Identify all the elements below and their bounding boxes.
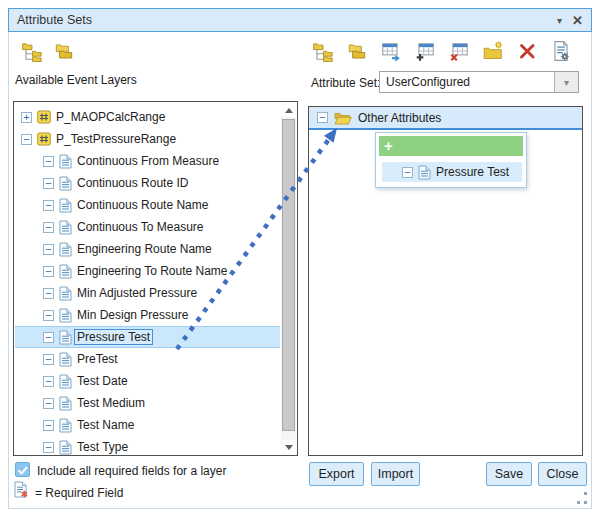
collapse-icon[interactable]: − [43,398,54,409]
drag-ghost-item: − Pressure Test [382,162,522,182]
close-dialog-icon[interactable]: ✕ [572,13,583,28]
tree-item-layer[interactable]: −P_TestPressureRange [15,128,280,150]
available-layers-tree: +P_MAOPCalcRange −P_TestPressureRange −C… [13,101,298,456]
tree-item-field[interactable]: −PreTest [15,348,280,370]
dialog-title: Attribute Sets [17,13,92,27]
attribute-set-dropdown[interactable]: UserConfigured ▾ [379,71,579,93]
collapse-icon[interactable]: − [43,376,54,387]
new-folder-icon[interactable] [482,40,504,62]
drag-item-label: Pressure Test [436,165,509,179]
attribute-set-tree-icon[interactable] [312,40,334,62]
export-button[interactable]: Export [309,462,364,486]
collapse-icon[interactable]: − [43,420,54,431]
collapse-icon[interactable]: − [43,442,54,453]
tree-item-field[interactable]: −Continuous Route Name [15,194,280,216]
tree-item-field[interactable]: −Engineering To Route Name [15,260,280,282]
open-attribute-sets-icon[interactable] [53,40,75,62]
dropdown-arrow-icon[interactable]: ▾ [554,72,578,92]
field-doc-icon [59,440,72,455]
drop-indicator: + [379,136,523,156]
required-field-icon [14,481,28,498]
plus-icon: + [384,137,393,154]
attribute-set-tree-panel: − Other Attributes + − Pressure Test [308,106,583,456]
checkmark-icon [16,464,29,477]
tree-item-field[interactable]: −Engineering Route Name [15,238,280,260]
collapse-icon[interactable]: − [43,178,54,189]
tree-item-field[interactable]: −Continuous From Measure [15,150,280,172]
event-layer-icon [37,110,51,124]
collapse-icon[interactable]: − [317,112,328,123]
field-doc-icon [59,264,72,279]
field-doc-icon [418,165,431,180]
attribute-sets-dialog: Attribute Sets ▾ ✕ Available Event Layer… [8,8,592,509]
field-doc-icon [59,396,72,411]
collapse-icon[interactable]: − [43,266,54,277]
collapse-icon[interactable]: − [43,222,54,233]
tree-item-field[interactable]: −Test Medium [15,392,280,414]
new-attribute-set-tree-icon[interactable] [21,40,43,62]
tree-item-field[interactable]: −Test Name [15,414,280,436]
field-doc-icon [59,308,72,323]
scrollbar-thumb[interactable] [282,119,295,431]
tree-item-field[interactable]: −Min Design Pressure [15,304,280,326]
attribute-set-value: UserConfigured [380,75,554,89]
tree-item-field[interactable]: −Test Date [15,370,280,392]
import-button[interactable]: Import [371,462,420,486]
configure-report-icon[interactable] [550,40,572,62]
field-doc-icon [59,352,72,367]
open-folders-icon[interactable] [346,40,368,62]
tree-item-field[interactable]: −Min Adjusted Pressure [15,282,280,304]
field-doc-icon [59,220,72,235]
tree-item-field-selected[interactable]: −Pressure Test [15,326,280,348]
tree-item-field[interactable]: −Continuous To Measure [15,216,280,238]
close-button[interactable]: Close [538,462,587,486]
event-layer-icon [37,132,51,146]
save-button[interactable]: Save [486,462,532,486]
field-doc-icon [59,418,72,433]
collapse-icon[interactable]: − [43,332,54,343]
include-required-label: Include all required fields for a layer [37,464,226,478]
collapse-icon[interactable]: − [43,354,54,365]
field-doc-icon [59,374,72,389]
other-attributes-label: Other Attributes [358,111,441,125]
field-doc-icon [59,176,72,191]
field-doc-icon [59,242,72,257]
collapse-icon[interactable]: − [43,156,54,167]
collapse-dialog-icon[interactable]: ▾ [557,15,562,26]
field-doc-icon [59,154,72,169]
add-table-icon[interactable] [414,40,436,62]
collapse-icon[interactable]: − [43,200,54,211]
expand-icon[interactable]: + [21,112,32,123]
scroll-down-icon[interactable] [281,440,296,454]
available-event-layers-label: Available Event Layers [15,73,137,87]
required-field-label: = Required Field [35,486,123,500]
collapse-icon: − [402,167,413,178]
collapse-icon[interactable]: − [21,134,32,145]
tree-item-field[interactable]: −Continuous Route ID [15,172,280,194]
field-doc-icon [59,286,72,301]
vertical-scrollbar[interactable] [281,103,296,454]
tree-item-field[interactable]: −Test Type [15,436,280,456]
tree-item-layer[interactable]: +P_MAOPCalcRange [15,106,280,128]
scroll-up-icon[interactable] [281,103,296,117]
open-folder-icon [334,111,352,125]
include-required-checkbox[interactable] [15,462,30,477]
attribute-set-label: Attribute Set: [311,76,380,90]
export-table-icon[interactable] [380,40,402,62]
field-doc-icon [59,330,72,345]
remove-table-icon[interactable] [448,40,470,62]
drag-ghost: + − Pressure Test [375,132,527,188]
delete-icon[interactable] [516,40,538,62]
collapse-icon[interactable]: − [43,310,54,321]
other-attributes-row[interactable]: − Other Attributes [309,107,582,130]
dialog-titlebar[interactable]: Attribute Sets ▾ ✕ [8,8,592,32]
field-doc-icon [59,198,72,213]
resize-grip[interactable] [574,492,587,504]
collapse-icon[interactable]: − [43,244,54,255]
screenshot-root: Attribute Sets ▾ ✕ Available Event Layer… [0,0,600,517]
collapse-icon[interactable]: − [43,288,54,299]
